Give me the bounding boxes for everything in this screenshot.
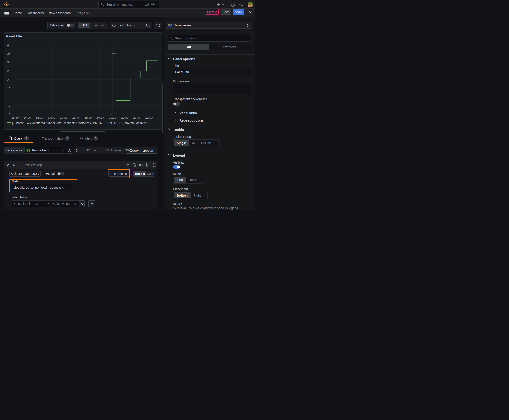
svg-text:20:00: 20:00	[121, 116, 128, 119]
svg-text:19:30: 19:30	[109, 116, 116, 119]
svg-text:19:00: 19:00	[97, 116, 104, 119]
svg-text:5: 5	[9, 104, 10, 107]
svg-text:18:00: 18:00	[72, 116, 80, 119]
svg-text:10: 10	[7, 95, 10, 99]
svg-text:17:00: 17:00	[48, 116, 55, 119]
svg-text:15: 15	[7, 87, 10, 90]
svg-text:17:30: 17:30	[60, 116, 68, 119]
svg-text:15:30: 15:30	[11, 116, 19, 119]
svg-text:25: 25	[7, 69, 10, 73]
svg-text:40: 40	[7, 43, 10, 47]
svg-text:20: 20	[7, 78, 10, 82]
svg-text:16:00: 16:00	[23, 116, 31, 119]
svg-text:0: 0	[9, 113, 10, 116]
svg-text:35: 35	[7, 52, 10, 55]
svg-text:20:30: 20:30	[133, 116, 140, 119]
svg-text:30: 30	[7, 60, 10, 64]
svg-text:16:30: 16:30	[36, 116, 43, 119]
svg-text:18:30: 18:30	[84, 116, 92, 119]
svg-text:21:00: 21:00	[145, 116, 153, 119]
